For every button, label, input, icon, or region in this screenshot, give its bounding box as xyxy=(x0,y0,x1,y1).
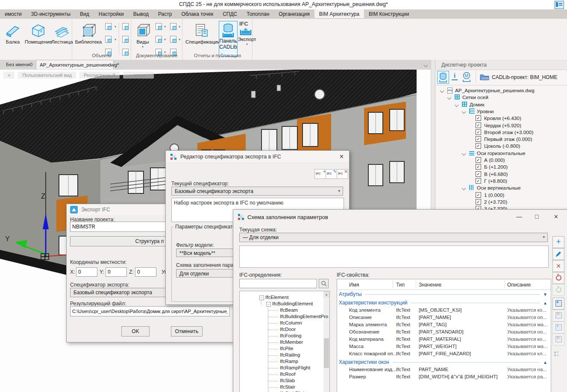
reorder-icon[interactable]: ▲≡▼≡ xyxy=(553,351,559,357)
library-button[interactable]: Библиотека xyxy=(74,20,103,55)
ribbon-tab-11[interactable]: BIM Конструкции xyxy=(364,9,414,19)
project-tree-row[interactable]: ✓Г (+8.800) xyxy=(435,178,567,184)
checkbox[interactable]: ✓ xyxy=(476,157,481,163)
ribbon-tab-1[interactable]: 3D-инструменты xyxy=(26,9,75,19)
ifc-properties-table[interactable]: Имя Тип Значение Описание Атрибуты▼Харак… xyxy=(337,279,551,392)
dim-style-icon[interactable] xyxy=(169,22,178,31)
checkbox[interactable]: ✓ xyxy=(476,129,481,135)
ifc-tree-item[interactable]: IfcRoof xyxy=(240,372,329,378)
property-row[interactable]: Марка элементаIfcText[PART_TAG]Указывает… xyxy=(337,322,551,329)
ifc-tree-item[interactable]: IfcRamp xyxy=(240,359,329,365)
z-coord-input[interactable] xyxy=(135,267,156,277)
ribbon-tab-4[interactable]: Вывод xyxy=(129,9,153,19)
ribbon-tab-6[interactable]: Облака точек xyxy=(176,9,218,19)
project-tree-row[interactable]: ✓2 (+3.720) xyxy=(435,199,567,205)
export-ifc-button[interactable]: IFC Экспорт ▾ xyxy=(238,20,256,55)
ifc-definitions-tree[interactable]: ▲ –IfcElement–IfcBuildingElementIfcBeamI… xyxy=(239,291,330,392)
edit-schema-button[interactable] xyxy=(552,248,564,260)
table-section-header[interactable]: Характеристики конструкций▲ xyxy=(337,298,551,307)
table-icon[interactable] xyxy=(555,1,564,9)
group-object-icon[interactable] xyxy=(121,35,130,44)
checkbox[interactable]: ✓ xyxy=(476,143,481,149)
ribbon-tab-7[interactable]: СПДС xyxy=(218,9,242,19)
collapse-icon[interactable]: – xyxy=(266,302,271,307)
project-tree-row[interactable]: ✓Первый этаж (0.000) xyxy=(435,136,567,143)
project-tree-row[interactable]: AP_Архитектурные_решения.dwg xyxy=(435,87,567,94)
property-row[interactable]: Код элементаIfcText[MS_OBJECT_KSI]Указыв… xyxy=(337,307,551,314)
cadlib-panel-button[interactable]: Панель CADLib xyxy=(219,21,238,57)
checkbox[interactable]: ✓ xyxy=(476,164,481,170)
viewport-control-2[interactable]: Реалистичный xyxy=(79,72,120,79)
ok-button[interactable]: OK xyxy=(121,326,150,336)
checkbox[interactable]: ✓ xyxy=(476,192,481,198)
dim-style-2-icon[interactable] xyxy=(169,35,178,44)
ifc-tree-item[interactable]: IfcSlab xyxy=(240,378,329,384)
project-tree-row[interactable]: ✓Цоколь (-0.800) xyxy=(435,143,567,149)
copy-object-icon[interactable] xyxy=(121,22,130,31)
ribbon-tab-9[interactable]: Организация xyxy=(274,9,314,19)
folder-icon[interactable] xyxy=(480,73,489,81)
delete-schema-button[interactable]: ✕ xyxy=(552,260,564,272)
collapse-section-icon[interactable]: ▲ xyxy=(543,360,547,365)
project-tree-row[interactable]: Оси вертикальные xyxy=(435,184,567,191)
ifc-tree-item[interactable]: IfcBuildingElementPro xyxy=(240,314,329,320)
expander-icon[interactable] xyxy=(462,109,466,114)
checkbox[interactable]: ✓ xyxy=(476,178,481,184)
ifc-tree-item[interactable]: IfcMember xyxy=(240,339,329,346)
room-button[interactable]: Помещение xyxy=(25,20,51,55)
property-row[interactable]: Наименование изд...IfcTextPART_NAMEУказы… xyxy=(337,366,551,374)
materials-button[interactable]: M xyxy=(461,71,472,83)
property-row[interactable]: Класс пожарной оп...IfcText[PART_FIRE_HA… xyxy=(337,351,551,358)
dialog-title-bar[interactable]: Редактор спецификатора экспорта в IFC ✕ xyxy=(166,151,349,163)
delete-section-button[interactable]: ✕ xyxy=(552,310,564,322)
project-tree-row[interactable]: ✓1 (0.000) xyxy=(435,192,567,199)
table-section-header[interactable]: Характеристики окон▲ xyxy=(337,358,551,366)
viewport-control-1[interactable]: Пользовательский вид xyxy=(18,72,76,79)
project-tree-row[interactable]: ✓В (+6.680) xyxy=(435,171,567,178)
checkbox[interactable]: ✓ xyxy=(476,115,481,121)
current-specifier-combo[interactable]: Базовый спецификатор экспорта▾ xyxy=(171,187,343,196)
project-tree-row[interactable]: ✓Второй этаж (+3.000) xyxy=(435,129,567,136)
expand-section-icon[interactable]: ▼ xyxy=(543,292,547,297)
ifc-search-input[interactable] xyxy=(239,279,317,288)
y-coord-input[interactable] xyxy=(106,267,127,277)
view-cube-icon[interactable] xyxy=(155,22,163,31)
result-file-input[interactable] xyxy=(70,306,230,316)
specifications-button[interactable]: Спецификации xyxy=(185,20,218,55)
expander-icon[interactable] xyxy=(440,89,444,93)
maximize-icon[interactable]: □ xyxy=(535,213,538,220)
enable-schema-button[interactable] xyxy=(552,284,564,296)
project-tree-row[interactable]: ✓Кровля (+6.430) xyxy=(435,115,567,122)
project-tree-row[interactable]: ✓Б (+1.200) xyxy=(435,164,567,170)
ifc-tree-item[interactable]: –IfcBuildingElement xyxy=(240,301,329,307)
property-row[interactable]: ОбозначениеIfcText[PART_STANDARD]Указыва… xyxy=(337,329,551,336)
x-coord-input[interactable] xyxy=(76,267,97,277)
add-section-button[interactable]: + xyxy=(552,298,564,310)
project-tree-row[interactable]: Сетки осей xyxy=(435,94,567,101)
ribbon-tab-10[interactable]: BIM Архитектура xyxy=(314,9,364,19)
sheet-edit-icon[interactable] xyxy=(104,35,113,44)
close-icon[interactable]: ✕ xyxy=(339,153,344,160)
expander-icon[interactable] xyxy=(462,186,466,190)
close-tab-icon[interactable]: ✕ xyxy=(106,63,110,67)
property-row[interactable]: ОписаниеIfcText[PART_NAME]Указывается оп… xyxy=(337,314,551,322)
ifc-tree-item[interactable]: IfcFooting xyxy=(240,333,329,339)
doc-tab-active[interactable]: AP_Архитектурные_решения.dwg* ✕ xyxy=(36,60,114,69)
search-button[interactable] xyxy=(319,279,329,288)
disable-schema-button[interactable] xyxy=(552,272,564,284)
ifc-tree-item[interactable]: IfcRampFlight xyxy=(240,365,329,372)
property-row[interactable]: РазмерIfcText[DIM_WIDTH] &"x"& [DIM_HEIG… xyxy=(337,374,551,381)
checkbox[interactable]: ✓ xyxy=(476,136,481,142)
ribbon-tab-3[interactable]: Настройки xyxy=(94,9,129,19)
current-schema-combo[interactable]: — Для отделки▾ xyxy=(239,233,548,242)
views-button[interactable]: Виды ▾ xyxy=(133,20,152,55)
ribbon-tab-2[interactable]: Вид xyxy=(75,9,94,19)
property-row[interactable]: Код материалаIfcText[PART_MATERIAL]Указы… xyxy=(337,336,551,343)
delete-property-button[interactable]: ✕ xyxy=(552,333,564,345)
expander-icon[interactable] xyxy=(455,102,459,107)
ribbon-tab-5[interactable]: Растр xyxy=(153,9,176,19)
ribbon-tab-8[interactable]: Топоплан xyxy=(242,9,274,19)
minimize-icon[interactable]: — xyxy=(516,213,522,220)
viewport-control-0[interactable]: + xyxy=(3,72,15,79)
ifc-tree-item[interactable]: IfcPile xyxy=(240,346,329,352)
